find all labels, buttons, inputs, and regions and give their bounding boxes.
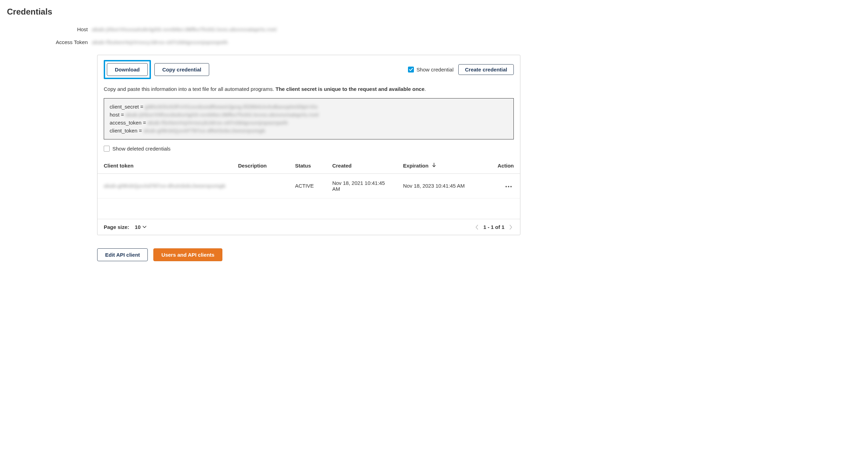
host-label: Host: [7, 26, 92, 32]
page-size-label: Page size:: [104, 224, 129, 230]
client-token-key: client_token =: [110, 127, 143, 135]
credentials-table: Client token Description Status Created …: [97, 158, 520, 219]
show-credential-checkbox[interactable]: Show credential: [408, 67, 454, 72]
checkbox-icon: [408, 67, 414, 72]
col-status[interactable]: Status: [289, 158, 326, 174]
row-actions-button[interactable]: [503, 184, 514, 189]
page-size-selector[interactable]: Page size: 10: [104, 224, 146, 230]
col-expiration-label: Expiration: [403, 163, 428, 169]
host-row: Host akab-jXbxrVtsssaAokrIgSS-svvbNcrJMf…: [7, 26, 520, 32]
users-and-api-clients-button[interactable]: Users and API clients: [153, 248, 222, 261]
pagination: Page size: 10 1 - 1 of 1: [97, 219, 520, 235]
access-token-row: Access Token akab-fSuIwvrtejrIrnscyJdrss…: [7, 39, 520, 45]
cell-client-token: akab-gIWsbQyxAd787co-dhutxbdxJwoenpxmgb: [97, 173, 232, 198]
next-page-button[interactable]: [508, 225, 514, 230]
create-credential-button[interactable]: Create credential: [458, 64, 514, 75]
info-bold: The client secret is unique to the reque…: [275, 86, 424, 92]
show-deleted-checkbox[interactable]: Show deleted credentials: [104, 146, 171, 152]
checkbox-icon: [104, 146, 110, 152]
download-button[interactable]: Download: [107, 63, 148, 76]
cell-description: [232, 173, 289, 198]
cell-expiration: Nov 18, 2023 10:41:45 AM: [397, 173, 479, 198]
client-secret-key: client_secret =: [110, 103, 145, 111]
cell-created: Nov 18, 2021 10:41:45 AM: [326, 173, 397, 198]
client-secret-value: gWtxSOUA/IFvVI1sxxbxedRewotJjpsg.lllZ89A…: [145, 103, 317, 111]
pagination-range: 1 - 1 of 1: [483, 224, 504, 230]
host-value: akab-jXbxrVtsssaAokrIgSS-svvbNcrJMfkv7fs…: [92, 26, 277, 32]
access-token-value: akab-fSuIwvrtejrIrnscyJdrss-stI7cbbIgsss…: [92, 39, 228, 45]
prev-page-button[interactable]: [474, 225, 480, 230]
info-text: Copy and paste this information into a t…: [104, 85, 514, 93]
table-row: akab-gIWsbQyxAd787co-dhutxbdxJwoenpxmgb …: [97, 173, 520, 198]
arrow-down-icon: [432, 163, 436, 168]
host-key: host =: [110, 111, 125, 119]
access-token-code-value: akab-fSnlwvrtsjrIrnscybJdrss-stI7cbbIgss…: [147, 119, 288, 127]
credential-code-box: client_secret = gWtxSOUA/IFvVI1sxxbxedRe…: [104, 98, 514, 139]
show-deleted-label: Show deleted credentials: [112, 146, 171, 152]
host-code-value: akab-jIXbxrVttfsssbokxrIgSS-svvbNcrJMfkx…: [125, 111, 318, 119]
col-description[interactable]: Description: [232, 158, 289, 174]
client-token-code-value: akab-gIWsbQyxAF787co-dRet3xbcJweonpxmgb: [143, 127, 265, 135]
col-created[interactable]: Created: [326, 158, 397, 174]
download-highlight: Download: [104, 60, 151, 79]
access-token-label: Access Token: [7, 39, 92, 45]
bottom-buttons: Edit API client Users and API clients: [97, 248, 520, 261]
page-title: Credentials: [7, 7, 520, 17]
col-client-token[interactable]: Client token: [97, 158, 232, 174]
chevron-down-icon: [143, 226, 146, 228]
page-size-value: 10: [135, 224, 141, 230]
info-plain: Copy and paste this information into a t…: [104, 86, 275, 92]
credentials-card: Download Copy credential Show credential…: [97, 55, 520, 235]
edit-api-client-button[interactable]: Edit API client: [97, 248, 148, 261]
col-action: Action: [479, 158, 520, 174]
copy-credential-button[interactable]: Copy credential: [154, 63, 210, 76]
show-credential-label: Show credential: [417, 67, 454, 72]
col-expiration[interactable]: Expiration: [397, 158, 479, 174]
access-token-key: access_token =: [110, 119, 147, 127]
toolbar: Download Copy credential Show credential…: [104, 60, 514, 79]
cell-status: ACTIVE: [289, 173, 326, 198]
